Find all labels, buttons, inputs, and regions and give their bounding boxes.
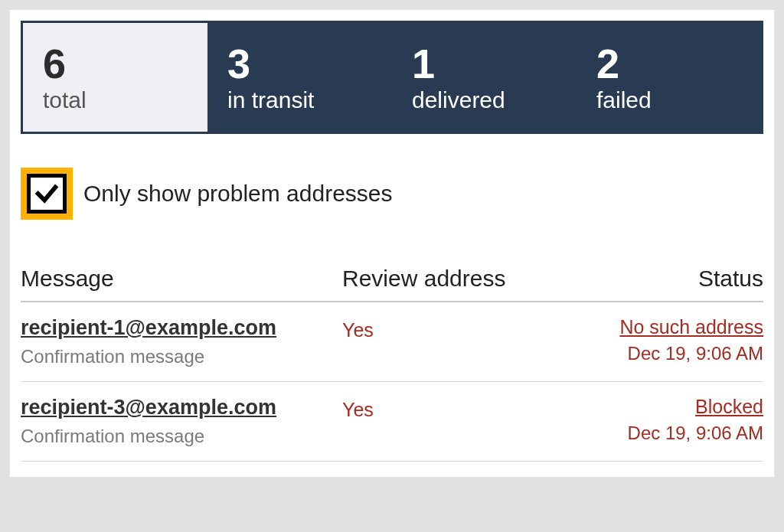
status-link[interactable]: No such address: [619, 316, 763, 338]
message-subject: Confirmation message: [21, 426, 342, 447]
col-status: Status: [541, 266, 763, 292]
summary-tabs: 6 total 3 in transit 1 delivered 2 faile…: [21, 21, 763, 134]
recipient-link[interactable]: recipient-1@example.com: [21, 316, 276, 340]
tab-delivered-label: delivered: [412, 87, 557, 113]
status-time: Dec 19, 9:06 AM: [541, 343, 763, 364]
message-subject: Confirmation message: [21, 346, 342, 367]
col-review: Review address: [342, 266, 541, 292]
tab-in-transit-label: in transit: [227, 87, 372, 113]
messages-table: Message Review address Status recipient-…: [21, 266, 763, 462]
tab-delivered-count: 1: [412, 43, 557, 84]
status-link[interactable]: Blocked: [695, 396, 763, 418]
check-icon: [34, 181, 60, 207]
tab-in-transit[interactable]: 3 in transit: [207, 23, 392, 132]
tab-delivered[interactable]: 1 delivered: [392, 23, 577, 132]
filter-label: Only show problem addresses: [83, 181, 393, 207]
cell-message: recipient-3@example.com Confirmation mes…: [21, 396, 342, 447]
status-time: Dec 19, 9:06 AM: [541, 423, 763, 444]
tab-total-count: 6: [43, 43, 188, 84]
table-header: Message Review address Status: [21, 266, 763, 302]
cell-message: recipient-1@example.com Confirmation mes…: [21, 316, 342, 367]
cell-review: Yes: [342, 316, 541, 341]
status-card: 6 total 3 in transit 1 delivered 2 faile…: [9, 9, 775, 478]
cell-review: Yes: [342, 396, 541, 421]
col-message: Message: [21, 266, 342, 292]
table-row: recipient-3@example.com Confirmation mes…: [21, 382, 763, 462]
filter-row: Only show problem addresses: [21, 168, 763, 220]
recipient-link[interactable]: recipient-3@example.com: [21, 396, 276, 419]
filter-checkbox[interactable]: [27, 174, 67, 214]
tab-in-transit-count: 3: [227, 43, 372, 84]
tab-failed[interactable]: 2 failed: [577, 23, 761, 132]
tab-total[interactable]: 6 total: [23, 23, 207, 132]
tab-failed-label: failed: [596, 87, 741, 113]
cell-status: Blocked Dec 19, 9:06 AM: [541, 396, 763, 444]
tab-failed-count: 2: [596, 43, 741, 84]
filter-checkbox-highlight: [21, 168, 73, 220]
tab-total-label: total: [43, 87, 188, 113]
table-row: recipient-1@example.com Confirmation mes…: [21, 302, 763, 382]
cell-status: No such address Dec 19, 9:06 AM: [541, 316, 763, 364]
